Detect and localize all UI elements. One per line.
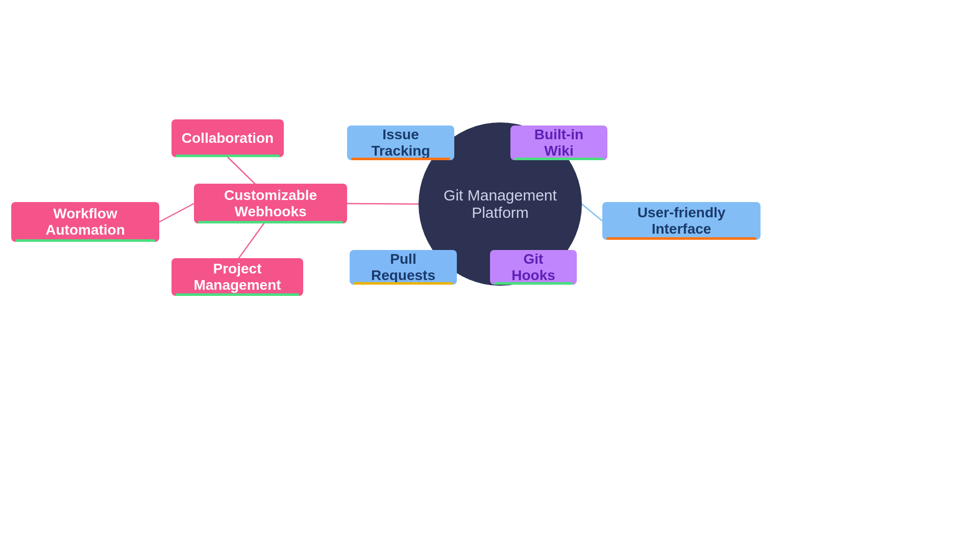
- collaboration-bar: [176, 155, 280, 157]
- webhooks-bar: [198, 221, 343, 223]
- githooks-bar: [494, 282, 573, 285]
- interface-bar: [606, 237, 756, 240]
- wiki-bar: [514, 158, 603, 160]
- pull-bar: [354, 282, 453, 285]
- node-wiki[interactable]: Built-in Wiki: [510, 126, 607, 160]
- node-project[interactable]: Project Management: [172, 258, 303, 296]
- node-issue[interactable]: Issue Tracking: [347, 126, 454, 160]
- svg-line-0: [347, 204, 419, 204]
- node-pull[interactable]: Pull Requests: [350, 250, 457, 285]
- node-workflow[interactable]: Workflow Automation: [11, 202, 159, 242]
- svg-line-2: [159, 204, 194, 222]
- issue-bar: [351, 158, 450, 160]
- node-collaboration[interactable]: Collaboration: [172, 119, 284, 157]
- node-interface[interactable]: User-friendly Interface: [602, 202, 761, 240]
- svg-line-8: [582, 204, 602, 221]
- node-githooks[interactable]: Git Hooks: [490, 250, 577, 285]
- workflow-bar: [15, 239, 155, 242]
- project-bar: [176, 293, 299, 296]
- node-webhooks[interactable]: Customizable Webhooks: [194, 184, 347, 223]
